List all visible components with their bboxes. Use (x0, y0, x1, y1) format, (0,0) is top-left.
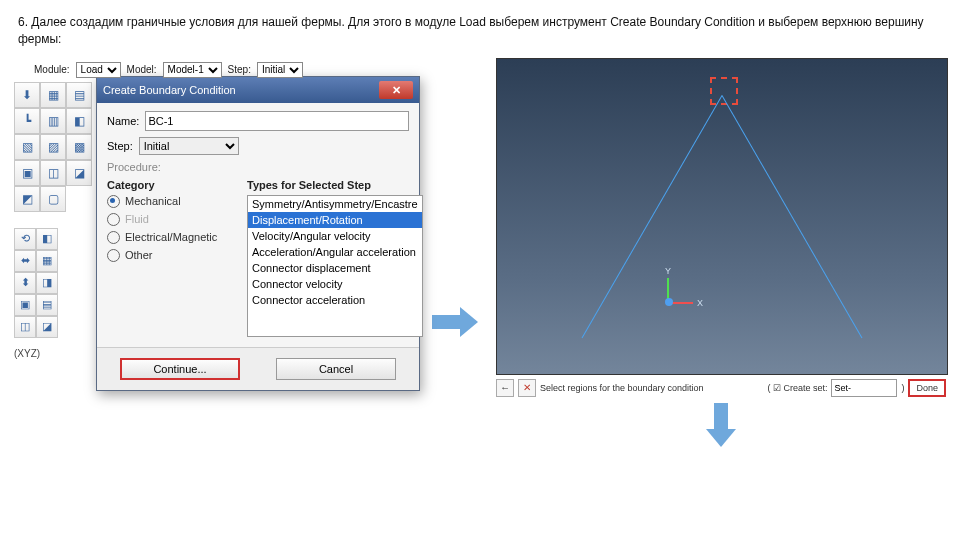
module-select[interactable]: Load (76, 62, 121, 78)
arrow-down-wrap (496, 403, 946, 447)
instruction-text: 6. Далее создадим граничные условия для … (0, 0, 960, 58)
view-tool-6[interactable]: ◨ (36, 272, 58, 294)
view-tool-2[interactable]: ◧ (36, 228, 58, 250)
context-bar: Module: Load Model: Model-1 Step: Initia… (34, 62, 303, 78)
tool-row5a[interactable]: ◩ (14, 186, 40, 212)
type-item[interactable]: Velocity/Angular velocity (248, 228, 422, 244)
prompt-text: Select regions for the boundary conditio… (540, 383, 704, 393)
category-electrical-magnetic[interactable]: Electrical/Magnetic (107, 231, 237, 244)
prompt-bar: ← ✕ Select regions for the boundary cond… (496, 379, 946, 397)
type-item[interactable]: Acceleration/Angular acceleration (248, 244, 422, 260)
step-select[interactable]: Initial (257, 62, 303, 78)
name-input[interactable] (145, 111, 409, 131)
z-axis-icon (665, 298, 673, 306)
procedure-label: Procedure: (107, 161, 409, 173)
model-label: Model: (127, 64, 157, 75)
name-field-label: Name: (107, 115, 139, 127)
tool-row5b[interactable]: ▢ (40, 186, 66, 212)
set-name-input[interactable] (831, 379, 897, 397)
view-tool-9[interactable]: ◫ (14, 316, 36, 338)
tool-case[interactable]: ▣ (14, 160, 40, 186)
category-label: Fluid (125, 213, 149, 225)
dialog-body: Name: Step: Initial Procedure: Category … (97, 103, 419, 347)
dialog-titlebar[interactable]: Create Boundary Condition ✕ (97, 77, 419, 103)
module-label: Module: (34, 64, 70, 75)
step-select-dialog[interactable]: Initial (139, 137, 239, 155)
radio-icon (107, 231, 120, 244)
type-item[interactable]: Displacement/Rotation (248, 212, 422, 228)
create-bc-dialog: Create Boundary Condition ✕ Name: Step: … (96, 76, 420, 391)
create-set-label: Create set: (783, 383, 827, 393)
tool-predefined[interactable]: ▧ (14, 134, 40, 160)
step-field-label: Step: (107, 140, 133, 152)
category-label: Electrical/Magnetic (125, 231, 217, 243)
dialog-title-text: Create Boundary Condition (103, 84, 236, 96)
tool-other[interactable]: ◪ (66, 160, 92, 186)
tool-load-manager[interactable]: ▦ (40, 82, 66, 108)
tool-amplitude[interactable]: ▨ (40, 134, 66, 160)
view-tool-1[interactable]: ⟲ (14, 228, 36, 250)
close-icon[interactable]: ✕ (379, 81, 413, 99)
types-list[interactable]: Symmetry/Antisymmetry/EncastreDisplaceme… (247, 195, 423, 337)
radio-icon (107, 213, 120, 226)
view-tool-4[interactable]: ▦ (36, 250, 58, 272)
tool-field[interactable]: ◧ (66, 108, 92, 134)
module-toolbox: ⬇ ▦ ▤ ┗ ▥ ◧ ▧ ▨ ▩ ▣ ◫ ◪ ◩ ▢ (14, 82, 94, 212)
arrow-right-icon (432, 307, 476, 337)
content-row: Module: Load Model: Model-1 Step: Initia… (0, 58, 960, 447)
prompt-cancel-button[interactable]: ✕ (518, 379, 536, 397)
type-item[interactable]: Connector displacement (248, 260, 422, 276)
view-tool-3[interactable]: ⬌ (14, 250, 36, 272)
done-button[interactable]: Done (908, 379, 946, 397)
radio-icon (107, 249, 120, 262)
arrow-down-icon (706, 403, 736, 447)
category-header: Category (107, 179, 237, 191)
category-fluid: Fluid (107, 213, 237, 226)
view-tool-7[interactable]: ▣ (14, 294, 36, 316)
types-header: Types for Selected Step (247, 179, 423, 191)
radio-icon (107, 195, 120, 208)
axis-triad: Y X (657, 274, 697, 314)
view-tool-5[interactable]: ⬍ (14, 272, 36, 294)
category-label: Other (125, 249, 153, 261)
category-mechanical[interactable]: Mechanical (107, 195, 237, 208)
y-axis-label: Y (665, 266, 671, 276)
type-item[interactable]: Connector velocity (248, 276, 422, 292)
type-item[interactable]: Connector acceleration (248, 292, 422, 308)
category-other[interactable]: Other (107, 249, 237, 262)
step-label: Step: (228, 64, 251, 75)
type-item[interactable]: Symmetry/Antisymmetry/Encastre (248, 196, 422, 212)
tool-create-load[interactable]: ⬇ (14, 82, 40, 108)
continue-button[interactable]: Continue... (120, 358, 240, 380)
tool-create-bc[interactable]: ┗ (14, 108, 40, 134)
viewport[interactable]: Y X (496, 58, 948, 375)
tool-bc-tool[interactable]: ▤ (66, 82, 92, 108)
view-toolbox: ⟲ ◧ ⬌ ▦ ⬍ ◨ ▣ ▤ ◫ ◪ (14, 228, 94, 338)
category-list: MechanicalFluidElectrical/MagneticOther (107, 195, 237, 262)
view-tool-8[interactable]: ▤ (36, 294, 58, 316)
coord-label: (XYZ) (14, 348, 40, 359)
truss-member-1 (722, 95, 863, 338)
prompt-back-button[interactable]: ← (496, 379, 514, 397)
left-panel: Module: Load Model: Model-1 Step: Initia… (14, 58, 412, 398)
view-tool-10[interactable]: ◪ (36, 316, 58, 338)
cancel-button[interactable]: Cancel (276, 358, 396, 380)
tool-temp[interactable]: ◫ (40, 160, 66, 186)
tool-bc-manager[interactable]: ▥ (40, 108, 66, 134)
tool-misc[interactable]: ▩ (66, 134, 92, 160)
x-axis-label: X (697, 298, 703, 308)
dialog-button-row: Continue... Cancel (97, 347, 419, 390)
category-label: Mechanical (125, 195, 181, 207)
right-panel: Y X ← ✕ Select regions for the boundary … (496, 58, 946, 447)
model-select[interactable]: Model-1 (163, 62, 222, 78)
